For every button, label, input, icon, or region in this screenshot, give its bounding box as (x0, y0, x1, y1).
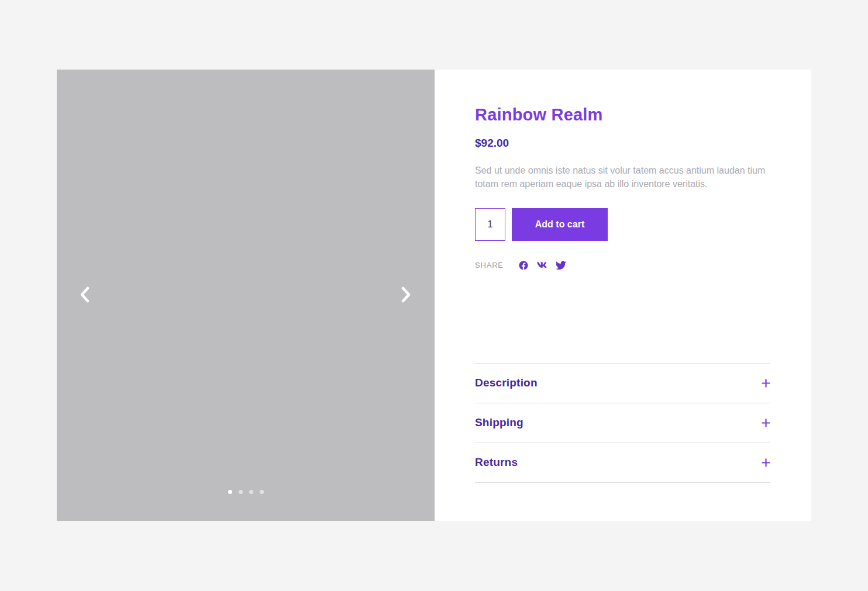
accordion-label: Returns (475, 456, 518, 469)
chevron-left-icon (78, 286, 91, 305)
facebook-icon[interactable] (518, 260, 529, 271)
share-label: SHARE (475, 261, 504, 269)
carousel-dots (57, 490, 435, 494)
carousel-dot[interactable] (260, 490, 264, 494)
product-accordion: Description Shipping Returns (475, 363, 770, 483)
product-image-carousel (57, 70, 435, 521)
quantity-input[interactable] (475, 208, 505, 241)
carousel-next-button[interactable] (397, 285, 415, 306)
chevron-right-icon (399, 286, 412, 305)
accordion-label: Description (475, 376, 538, 389)
product-card: Rainbow Realm $92.00 Sed ut unde omnis i… (57, 70, 811, 521)
carousel-prev-button[interactable] (76, 285, 94, 306)
plus-icon (762, 458, 770, 467)
plus-icon (762, 379, 770, 388)
share-icons (518, 260, 566, 271)
product-description: Sed ut unde omnis iste natus sit volur t… (475, 164, 770, 191)
product-title: Rainbow Realm (475, 106, 770, 125)
carousel-dot[interactable] (239, 490, 243, 494)
carousel-dot[interactable] (249, 490, 253, 494)
purchase-controls: Add to cart (475, 208, 770, 241)
product-price: $92.00 (475, 137, 770, 150)
share-row: SHARE (475, 260, 770, 271)
accordion-item-shipping[interactable]: Shipping (475, 403, 770, 443)
accordion-item-description[interactable]: Description (475, 364, 770, 403)
accordion-label: Shipping (475, 416, 523, 429)
plus-icon (762, 419, 770, 427)
vk-icon[interactable] (537, 260, 547, 271)
add-to-cart-button[interactable]: Add to cart (512, 208, 608, 241)
carousel-dot[interactable] (228, 490, 232, 494)
product-info-panel: Rainbow Realm $92.00 Sed ut unde omnis i… (435, 70, 811, 521)
twitter-icon[interactable] (556, 260, 566, 271)
accordion-item-returns[interactable]: Returns (475, 443, 770, 483)
